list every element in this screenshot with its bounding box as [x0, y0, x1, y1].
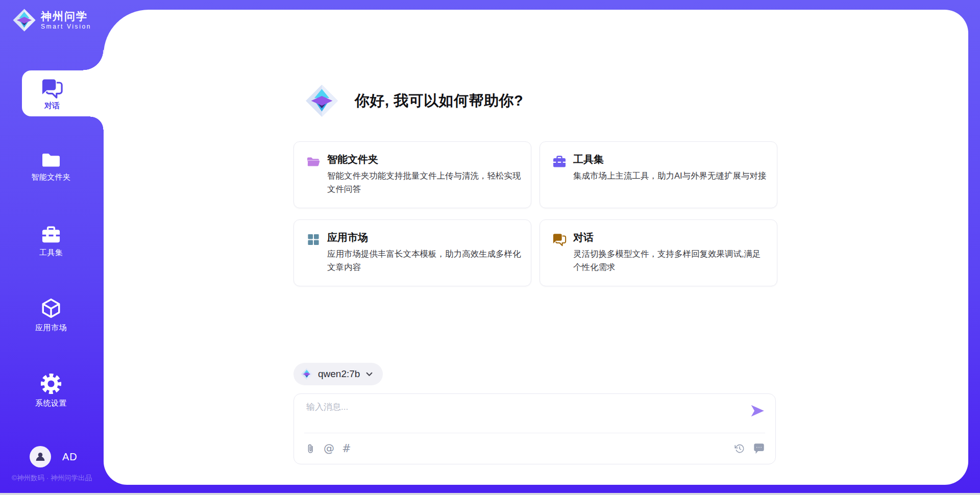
composer-tools-left: @ # — [305, 440, 351, 457]
brand-text: 神州问学 Smart Vision — [41, 10, 91, 31]
card-toolset[interactable]: 工具集 集成市场上主流工具，助力AI与外界无缝扩展与对接 — [540, 141, 777, 208]
message-input[interactable] — [305, 400, 736, 431]
sidebar-item-smart-folder[interactable]: 智能文件夹 — [0, 151, 102, 182]
sidebar-item-label: 智能文件夹 — [31, 172, 71, 182]
send-icon — [750, 404, 765, 418]
gear-icon — [40, 373, 62, 394]
history-icon[interactable] — [734, 443, 745, 454]
folder-icon — [41, 151, 61, 168]
at-sign-icon[interactable]: @ — [324, 443, 334, 454]
card-chat[interactable]: 对话 灵活切换多模型文件，支持多样回复效果调试,满足个性化需求 — [540, 219, 777, 286]
brand-logo-icon — [12, 8, 36, 32]
brand-name: 神州问学 — [41, 10, 91, 22]
user-name: AD — [62, 451, 78, 463]
toolbox-icon — [41, 225, 61, 244]
send-button[interactable] — [750, 404, 765, 418]
brand: 神州问学 Smart Vision — [12, 8, 91, 32]
card-app-market[interactable]: 应用市场 应用市场提供丰富长文本模板，助力高效生成多样化文章内容 — [293, 219, 531, 286]
sidebar-item-label: 应用市场 — [35, 323, 67, 333]
card-description: 灵活切换多模型文件，支持多样回复效果调试,满足个性化需求 — [573, 247, 769, 274]
toolbox-icon — [552, 155, 567, 168]
bottom-scrollbar-strip — [0, 493, 980, 495]
sidebar-item-chat[interactable]: 对话 — [22, 70, 104, 116]
active-tab-curve-top — [83, 50, 104, 70]
card-description: 应用市场提供丰富长文本模板，助力高效生成多样化文章内容 — [327, 247, 523, 274]
sidebar: 神州问学 Smart Vision 对话 智能文件夹 工具集 应用市场 系统设置… — [0, 0, 104, 495]
composer-tools-right — [734, 441, 765, 456]
copyright-footer: ©神州数码 · 神州问学出品 — [0, 474, 104, 483]
chat-icon — [552, 233, 567, 246]
card-description: 智能文件夹功能支持批量文件上传与清洗，轻松实现文件问答 — [327, 169, 523, 195]
main-panel: 你好, 我可以如何帮助你? 智能文件夹 智能文件夹功能支持批量文件上传与清洗，轻… — [104, 10, 968, 485]
chevron-down-icon — [366, 372, 373, 377]
paperclip-icon[interactable] — [305, 443, 316, 454]
diamond-logo-icon — [301, 368, 313, 380]
chat-icon — [41, 78, 63, 98]
person-icon — [34, 450, 47, 463]
card-title: 对话 — [573, 231, 594, 244]
card-title: 应用市场 — [327, 231, 368, 244]
user-account[interactable]: AD — [30, 446, 78, 467]
card-description: 集成市场上主流工具，助力AI与外界无缝扩展与对接 — [573, 169, 769, 183]
message-composer: @ # — [293, 393, 776, 464]
chat-bubble-icon[interactable] — [753, 442, 765, 455]
model-name: qwen2:7b — [318, 368, 360, 380]
brand-subtitle: Smart Vision — [41, 23, 91, 31]
sidebar-item-label: 对话 — [44, 101, 60, 111]
avatar — [30, 446, 51, 467]
cube-icon — [40, 298, 62, 319]
composer-divider — [304, 433, 765, 433]
grid-icon — [306, 233, 321, 246]
folder-open-icon — [306, 155, 321, 168]
sidebar-item-label: 工具集 — [39, 248, 63, 258]
greeting-title: 你好, 我可以如何帮助你? — [355, 84, 523, 118]
brand-diamond-icon — [305, 84, 339, 118]
feature-cards: 智能文件夹 智能文件夹功能支持批量文件上传与清洗，轻松实现文件问答 工具集 集成… — [293, 141, 777, 286]
sidebar-item-toolset[interactable]: 工具集 — [0, 225, 102, 258]
sidebar-item-app-market[interactable]: 应用市场 — [0, 298, 102, 333]
card-title: 工具集 — [573, 153, 604, 166]
card-title: 智能文件夹 — [327, 153, 378, 166]
sidebar-item-label: 系统设置 — [35, 399, 67, 408]
active-tab-curve-bottom — [90, 116, 104, 130]
model-selector[interactable]: qwen2:7b — [293, 363, 383, 385]
sidebar-item-settings[interactable]: 系统设置 — [0, 373, 102, 408]
app-root: { "app": { "brand_name": "神州问学", "brand_… — [0, 0, 980, 495]
hash-icon[interactable]: # — [342, 443, 351, 454]
card-smart-folder[interactable]: 智能文件夹 智能文件夹功能支持批量文件上传与清洗，轻松实现文件问答 — [293, 141, 531, 208]
